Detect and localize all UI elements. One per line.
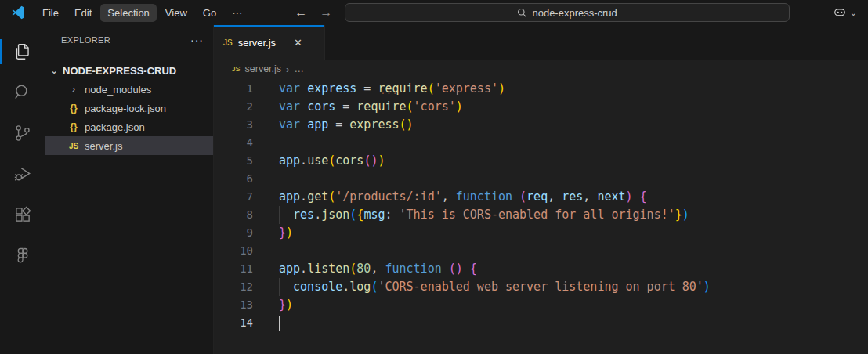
code-line[interactable]: 6 — [214, 170, 868, 188]
menu-selection[interactable]: Selection — [100, 4, 156, 22]
close-icon[interactable]: ✕ — [294, 37, 302, 49]
token-fn: log — [349, 280, 371, 294]
tab-label: server.js — [238, 37, 276, 49]
code-line[interactable]: 9}) — [214, 224, 868, 242]
token-b2: { — [470, 262, 477, 276]
token-var: res — [293, 208, 314, 222]
debug-icon — [13, 164, 33, 184]
copilot-icon[interactable] — [832, 5, 848, 20]
line-number: 3 — [214, 116, 253, 134]
js-file-icon: JS — [223, 38, 233, 47]
js-file-icon: JS — [67, 142, 80, 150]
token-fn: json — [321, 208, 349, 222]
line-number: 1 — [214, 80, 253, 98]
activity-search[interactable] — [0, 72, 45, 113]
token-pun — [300, 81, 307, 96]
line-content: console.log('CORS-enabled web server lis… — [279, 278, 711, 296]
activity-figma[interactable] — [0, 235, 45, 276]
token-pun: , — [442, 190, 456, 204]
line-number: 10 — [214, 242, 253, 260]
token-pun: , — [371, 262, 385, 276]
menu-view[interactable]: View — [158, 4, 194, 22]
copilot-dropdown-chevron-icon[interactable]: ⌄ — [850, 8, 857, 18]
menu-bar: File Edit Selection View Go ⋯ — [35, 4, 249, 22]
code-line[interactable]: 12 console.log('CORS-enabled web server … — [214, 278, 868, 296]
explorer-title: EXPLORER — [61, 35, 110, 45]
line-number: 2 — [214, 98, 253, 116]
vscode-logo-icon — [10, 5, 26, 20]
activity-source-control[interactable] — [0, 113, 45, 154]
code-line[interactable]: 5app.use(cors()) — [214, 152, 868, 170]
token-pun — [279, 280, 293, 294]
tree-root-node-express-crud[interactable]: ⌄ NODE-EXPRESS-CRUD — [45, 61, 213, 80]
code-line[interactable]: 2var cors = require('cors') — [214, 98, 868, 116]
tree-item-node-modules[interactable]: › node_modules — [45, 80, 213, 99]
code-line[interactable]: 8 res.json({msg: 'This is CORS-enabled f… — [214, 206, 868, 224]
token-pun: = — [356, 81, 378, 96]
token-b1: ( — [407, 99, 414, 114]
json-file-icon: {} — [67, 103, 80, 114]
tab-server-js[interactable]: JS server.js ✕ — [214, 25, 325, 60]
token-pun: : — [385, 208, 399, 222]
menu-file[interactable]: File — [35, 4, 66, 22]
git-branch-icon — [13, 123, 33, 143]
menu-go[interactable]: Go — [196, 4, 223, 22]
code-line[interactable]: 3var app = express() — [214, 116, 868, 134]
js-file-icon: JS — [232, 65, 241, 73]
token-pun — [463, 262, 470, 276]
breadcrumb-separator-icon: › — [286, 63, 289, 75]
explorer-sidebar: EXPLORER ··· ⌄ NODE-EXPRESS-CRUD › node_… — [45, 25, 213, 354]
line-number: 13 — [214, 296, 253, 314]
breadcrumb-file[interactable]: server.js — [245, 63, 282, 74]
activity-run-debug[interactable] — [0, 154, 45, 194]
explorer-actions-icon[interactable]: ··· — [190, 34, 204, 46]
token-pun — [300, 99, 307, 114]
breadcrumb-symbol[interactable]: … — [294, 63, 304, 74]
token-var: app — [307, 117, 328, 132]
code-line[interactable]: 1var express = require('express') — [214, 80, 868, 98]
token-var: app — [279, 262, 300, 276]
tree-item-package-lock-json[interactable]: {} package-lock.json — [45, 99, 213, 117]
token-var: msg — [363, 208, 385, 222]
code-line[interactable]: 11app.listen(80, function () { — [214, 260, 868, 278]
tree-item-label: node_modules — [85, 84, 151, 96]
tree-item-label: package.json — [85, 121, 145, 133]
token-pun: , — [583, 190, 597, 204]
code-line[interactable]: 14 — [214, 314, 868, 332]
code-line[interactable]: 13}) — [214, 296, 868, 314]
token-kw: var — [279, 99, 300, 114]
token-var: app — [279, 154, 300, 168]
token-hint: require — [378, 81, 427, 96]
token-b1: ) — [456, 99, 463, 114]
activity-extensions[interactable] — [0, 194, 45, 235]
code-line[interactable]: 10 — [214, 242, 868, 260]
menu-overflow[interactable]: ⋯ — [225, 4, 249, 22]
search-icon — [517, 8, 527, 18]
token-b2: } — [279, 226, 286, 240]
menu-edit[interactable]: Edit — [67, 4, 99, 22]
line-number: 4 — [214, 134, 253, 152]
tree-item-package-json[interactable]: {} package.json — [45, 117, 213, 136]
command-center-search[interactable]: node-express-crud — [345, 3, 790, 22]
line-number: 9 — [214, 224, 253, 242]
root-folder-label: NODE-EXPRESS-CRUD — [63, 65, 176, 77]
token-b2: ) — [626, 190, 633, 204]
extensions-icon — [13, 204, 33, 225]
token-b1: ) — [286, 226, 293, 240]
code-line[interactable]: 4 — [214, 134, 868, 152]
token-b2: } — [279, 298, 286, 312]
tree-item-server-js[interactable]: JS server.js — [45, 136, 213, 155]
code-line[interactable]: 7app.get('/products/:id', function (req,… — [214, 188, 868, 206]
token-pun: . — [342, 280, 349, 294]
navigate-back-icon[interactable]: ← — [295, 5, 307, 20]
token-pun: . — [300, 154, 307, 168]
token-b2: ( — [519, 190, 526, 204]
token-str: 'cors' — [414, 99, 456, 114]
code-editor[interactable]: 1var express = require('express')2var co… — [214, 78, 868, 354]
token-pun: . — [314, 208, 321, 222]
breadcrumb[interactable]: JS server.js › … — [214, 60, 868, 78]
activity-explorer[interactable] — [0, 31, 45, 72]
token-num: 80 — [356, 262, 371, 276]
token-pun: , — [548, 190, 562, 204]
navigate-forward-icon[interactable]: → — [320, 5, 332, 20]
